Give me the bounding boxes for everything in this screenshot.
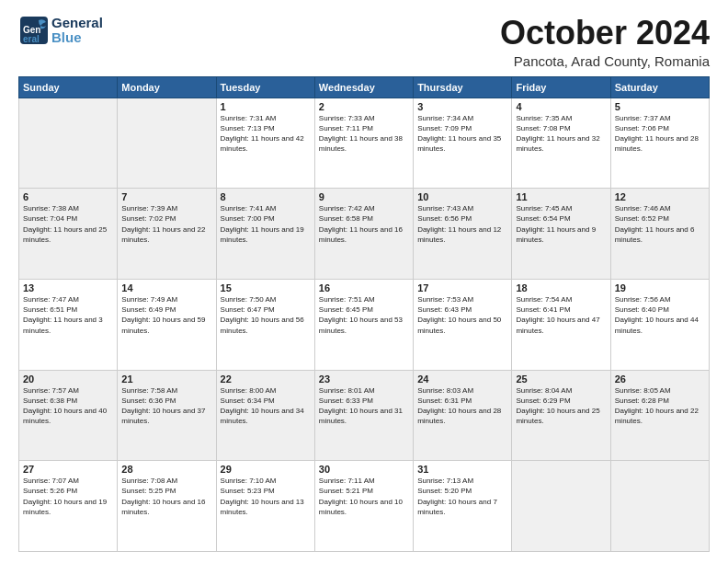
day-info: Sunrise: 7:10 AM Sunset: 5:23 PM Dayligh…: [221, 476, 311, 517]
calendar-cell: 1Sunrise: 7:31 AM Sunset: 7:13 PM Daylig…: [216, 98, 314, 189]
col-monday: Monday: [118, 76, 216, 98]
week-row-2: 6Sunrise: 7:38 AM Sunset: 7:04 PM Daylig…: [19, 189, 710, 280]
day-info: Sunrise: 7:41 AM Sunset: 7:00 PM Dayligh…: [221, 203, 311, 245]
page: Gen eral General Blue October 2024 Panco…: [0, 0, 728, 563]
day-number: 27: [23, 464, 113, 475]
week-row-3: 13Sunrise: 7:47 AM Sunset: 6:51 PM Dayli…: [19, 279, 710, 370]
calendar-cell: 19Sunrise: 7:56 AM Sunset: 6:40 PM Dayli…: [610, 279, 709, 370]
day-info: Sunrise: 7:54 AM Sunset: 6:41 PM Dayligh…: [516, 294, 606, 336]
week-row-4: 20Sunrise: 7:57 AM Sunset: 6:38 PM Dayli…: [19, 370, 710, 461]
day-info: Sunrise: 7:51 AM Sunset: 6:45 PM Dayligh…: [319, 294, 409, 336]
calendar-cell: 22Sunrise: 8:00 AM Sunset: 6:34 PM Dayli…: [216, 370, 314, 461]
day-number: 11: [516, 191, 606, 202]
calendar-cell: 29Sunrise: 7:10 AM Sunset: 5:23 PM Dayli…: [216, 461, 314, 552]
day-number: 22: [221, 373, 311, 385]
day-number: 9: [319, 191, 409, 202]
col-saturday: Saturday: [610, 76, 709, 98]
day-number: 17: [417, 282, 507, 293]
day-info: Sunrise: 7:37 AM Sunset: 7:06 PM Dayligh…: [615, 113, 705, 155]
day-number: 31: [417, 464, 507, 475]
day-info: Sunrise: 7:39 AM Sunset: 7:02 PM Dayligh…: [121, 203, 211, 245]
col-sunday: Sunday: [19, 76, 118, 98]
day-info: Sunrise: 8:00 AM Sunset: 6:34 PM Dayligh…: [221, 385, 311, 427]
col-friday: Friday: [512, 76, 610, 98]
day-info: Sunrise: 7:38 AM Sunset: 7:04 PM Dayligh…: [23, 203, 113, 245]
calendar-cell: 11Sunrise: 7:45 AM Sunset: 6:54 PM Dayli…: [512, 189, 610, 280]
day-info: Sunrise: 7:53 AM Sunset: 6:43 PM Dayligh…: [417, 294, 507, 336]
logo-general: General: [51, 16, 103, 31]
day-info: Sunrise: 7:13 AM Sunset: 5:20 PM Dayligh…: [417, 476, 507, 517]
day-number: 18: [516, 282, 606, 293]
day-info: Sunrise: 7:45 AM Sunset: 6:54 PM Dayligh…: [516, 203, 606, 245]
day-number: 21: [121, 373, 211, 385]
day-info: Sunrise: 7:07 AM Sunset: 5:26 PM Dayligh…: [23, 476, 113, 517]
calendar-header-row: Sunday Monday Tuesday Wednesday Thursday…: [19, 76, 710, 98]
week-row-1: 1Sunrise: 7:31 AM Sunset: 7:13 PM Daylig…: [19, 98, 710, 189]
calendar-cell: 25Sunrise: 8:04 AM Sunset: 6:29 PM Dayli…: [512, 370, 610, 461]
month-title: October 2024: [500, 15, 710, 52]
day-number: 5: [615, 101, 705, 112]
calendar-cell: 10Sunrise: 7:43 AM Sunset: 6:56 PM Dayli…: [414, 189, 512, 280]
day-number: 6: [23, 191, 113, 202]
day-number: 24: [417, 373, 507, 385]
day-number: 7: [121, 191, 211, 202]
calendar-cell: 5Sunrise: 7:37 AM Sunset: 7:06 PM Daylig…: [610, 98, 709, 189]
day-info: Sunrise: 7:33 AM Sunset: 7:11 PM Dayligh…: [319, 113, 409, 155]
calendar-cell: 7Sunrise: 7:39 AM Sunset: 7:02 PM Daylig…: [118, 189, 216, 280]
svg-text:eral: eral: [23, 34, 40, 44]
calendar-cell: [19, 98, 118, 189]
day-number: 28: [121, 464, 211, 475]
calendar-cell: 24Sunrise: 8:03 AM Sunset: 6:31 PM Dayli…: [414, 370, 512, 461]
day-number: 23: [319, 373, 409, 385]
calendar-cell: 13Sunrise: 7:47 AM Sunset: 6:51 PM Dayli…: [19, 279, 118, 370]
header: Gen eral General Blue October 2024 Panco…: [18, 15, 710, 69]
calendar-cell: 20Sunrise: 7:57 AM Sunset: 6:38 PM Dayli…: [19, 370, 118, 461]
calendar-cell: 12Sunrise: 7:46 AM Sunset: 6:52 PM Dayli…: [610, 189, 709, 280]
day-info: Sunrise: 7:11 AM Sunset: 5:21 PM Dayligh…: [319, 476, 409, 517]
day-number: 16: [319, 282, 409, 293]
day-info: Sunrise: 7:57 AM Sunset: 6:38 PM Dayligh…: [23, 385, 113, 427]
calendar-cell: 15Sunrise: 7:50 AM Sunset: 6:47 PM Dayli…: [216, 279, 314, 370]
calendar-cell: [512, 461, 610, 552]
day-info: Sunrise: 7:31 AM Sunset: 7:13 PM Dayligh…: [221, 113, 311, 155]
day-number: 14: [121, 282, 211, 293]
logo: Gen eral General Blue: [18, 15, 103, 46]
day-number: 4: [516, 101, 606, 112]
calendar-cell: 6Sunrise: 7:38 AM Sunset: 7:04 PM Daylig…: [19, 189, 118, 280]
day-info: Sunrise: 7:43 AM Sunset: 6:56 PM Dayligh…: [417, 203, 507, 245]
day-info: Sunrise: 7:46 AM Sunset: 6:52 PM Dayligh…: [615, 203, 705, 245]
day-info: Sunrise: 7:34 AM Sunset: 7:09 PM Dayligh…: [417, 113, 507, 155]
day-number: 25: [516, 373, 606, 385]
day-info: Sunrise: 7:49 AM Sunset: 6:49 PM Dayligh…: [121, 294, 211, 336]
day-number: 13: [23, 282, 113, 293]
calendar-cell: 28Sunrise: 7:08 AM Sunset: 5:25 PM Dayli…: [118, 461, 216, 552]
day-number: 30: [319, 464, 409, 475]
day-info: Sunrise: 8:05 AM Sunset: 6:28 PM Dayligh…: [615, 385, 705, 427]
day-info: Sunrise: 7:08 AM Sunset: 5:25 PM Dayligh…: [121, 476, 211, 517]
day-number: 29: [221, 464, 311, 475]
day-info: Sunrise: 7:35 AM Sunset: 7:08 PM Dayligh…: [516, 113, 606, 155]
calendar-cell: 14Sunrise: 7:49 AM Sunset: 6:49 PM Dayli…: [118, 279, 216, 370]
calendar-cell: 17Sunrise: 7:53 AM Sunset: 6:43 PM Dayli…: [414, 279, 512, 370]
day-number: 1: [221, 101, 311, 112]
calendar-cell: 27Sunrise: 7:07 AM Sunset: 5:26 PM Dayli…: [19, 461, 118, 552]
calendar-cell: 2Sunrise: 7:33 AM Sunset: 7:11 PM Daylig…: [314, 98, 413, 189]
col-thursday: Thursday: [414, 76, 512, 98]
calendar-cell: 21Sunrise: 7:58 AM Sunset: 6:36 PM Dayli…: [118, 370, 216, 461]
calendar-cell: 18Sunrise: 7:54 AM Sunset: 6:41 PM Dayli…: [512, 279, 610, 370]
calendar-cell: 3Sunrise: 7:34 AM Sunset: 7:09 PM Daylig…: [414, 98, 512, 189]
day-number: 2: [319, 101, 409, 112]
day-number: 19: [615, 282, 705, 293]
title-block: October 2024 Pancota, Arad County, Roman…: [500, 15, 710, 69]
calendar-cell: [118, 98, 216, 189]
calendar-cell: 8Sunrise: 7:41 AM Sunset: 7:00 PM Daylig…: [216, 189, 314, 280]
logo-blue: Blue: [51, 30, 103, 46]
location: Pancota, Arad County, Romania: [500, 53, 710, 69]
col-tuesday: Tuesday: [216, 76, 314, 98]
calendar-cell: 26Sunrise: 8:05 AM Sunset: 6:28 PM Dayli…: [610, 370, 709, 461]
week-row-5: 27Sunrise: 7:07 AM Sunset: 5:26 PM Dayli…: [19, 461, 710, 552]
calendar-cell: 23Sunrise: 8:01 AM Sunset: 6:33 PM Dayli…: [314, 370, 413, 461]
day-info: Sunrise: 8:03 AM Sunset: 6:31 PM Dayligh…: [417, 385, 507, 427]
day-info: Sunrise: 8:01 AM Sunset: 6:33 PM Dayligh…: [319, 385, 409, 427]
day-info: Sunrise: 7:50 AM Sunset: 6:47 PM Dayligh…: [221, 294, 311, 336]
